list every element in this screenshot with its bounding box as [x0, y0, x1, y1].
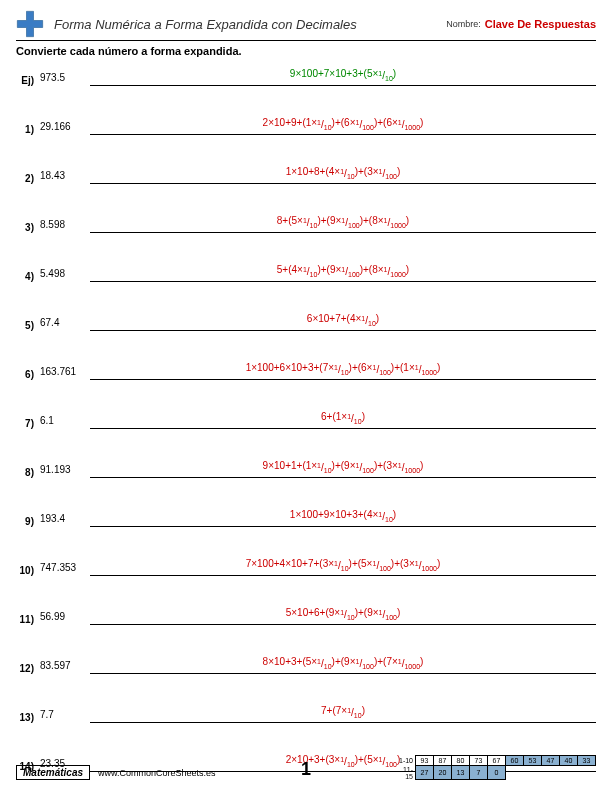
- problem-row: 8)91.1939×10+1+(1×1/10)+(9×1/100)+(3×1/1…: [16, 455, 596, 478]
- problem-value: 56.99: [38, 611, 90, 625]
- problem-number: 9): [16, 516, 38, 527]
- plus-logo-icon: [16, 10, 44, 38]
- problem-row: Ej)973.59×100+7×10+3+(5×1/10): [16, 63, 596, 86]
- answer-line: 6+(1×1/10): [90, 406, 596, 429]
- problem-number: 1): [16, 124, 38, 135]
- answer-text: 2×10+9+(1×1/10)+(6×1/100)+(6×1/1000): [263, 117, 424, 128]
- problem-row: 1)29.1662×10+9+(1×1/10)+(6×1/100)+(6×1/1…: [16, 112, 596, 135]
- problem-value: 747.353: [38, 562, 90, 576]
- problem-number: 3): [16, 222, 38, 233]
- instruction-text: Convierte cada número a forma expandida.: [16, 45, 596, 57]
- problem-value: 18.43: [38, 170, 90, 184]
- answer-key-label: Clave De Respuestas: [485, 18, 596, 30]
- problem-number: 7): [16, 418, 38, 429]
- problem-row: 4)5.4985+(4×1/10)+(9×1/100)+(8×1/1000): [16, 259, 596, 282]
- answer-text: 8×10+3+(5×1/10)+(9×1/100)+(7×1/1000): [263, 656, 424, 667]
- problem-value: 6.1: [38, 415, 90, 429]
- answer-text: 5+(4×1/10)+(9×1/100)+(8×1/1000): [277, 264, 409, 275]
- problem-number: 2): [16, 173, 38, 184]
- answer-text: 1×100+9×10+3+(4×1/10): [290, 509, 396, 520]
- answer-line: 5+(4×1/10)+(9×1/100)+(8×1/1000): [90, 259, 596, 282]
- answer-line: 2×10+9+(1×1/10)+(6×1/100)+(6×1/1000): [90, 112, 596, 135]
- problem-row: 6)163.7611×100+6×10+3+(7×1/10)+(6×1/100)…: [16, 357, 596, 380]
- problem-row: 11)56.995×10+6+(9×1/10)+(9×1/100): [16, 602, 596, 625]
- problem-value: 973.5: [38, 72, 90, 86]
- problem-row: 2)18.431×10+8+(4×1/10)+(3×1/100): [16, 161, 596, 184]
- problem-number: 12): [16, 663, 38, 674]
- answer-text: 5×10+6+(9×1/10)+(9×1/100): [286, 607, 401, 618]
- page-number: 1: [301, 759, 311, 780]
- problem-number: 13): [16, 712, 38, 723]
- answer-text: 1×10+8+(4×1/10)+(3×1/100): [286, 166, 401, 177]
- problem-value: 83.597: [38, 660, 90, 674]
- answer-line: 8+(5×1/10)+(9×1/100)+(8×1/1000): [90, 210, 596, 233]
- problem-row: 5)67.46×10+7+(4×1/10): [16, 308, 596, 331]
- answer-line: 1×100+6×10+3+(7×1/10)+(6×1/100)+(1×1/100…: [90, 357, 596, 380]
- answer-line: 7×100+4×10+7+(3×1/10)+(5×1/100)+(3×1/100…: [90, 553, 596, 576]
- answer-line: 6×10+7+(4×1/10): [90, 308, 596, 331]
- answer-line: 9×100+7×10+3+(5×1/10): [90, 63, 596, 86]
- problem-value: 193.4: [38, 513, 90, 527]
- problem-row: 12)83.5978×10+3+(5×1/10)+(9×1/100)+(7×1/…: [16, 651, 596, 674]
- problem-value: 29.166: [38, 121, 90, 135]
- answer-line: 1×10+8+(4×1/10)+(3×1/100): [90, 161, 596, 184]
- name-label: Nombre:: [446, 19, 481, 29]
- answer-text: 9×10+1+(1×1/10)+(9×1/100)+(3×1/1000): [263, 460, 424, 471]
- answer-line: 8×10+3+(5×1/10)+(9×1/100)+(7×1/1000): [90, 651, 596, 674]
- worksheet-title: Forma Numérica a Forma Expandida con Dec…: [54, 17, 357, 32]
- subject-box: Matemáticas: [16, 765, 90, 780]
- problem-value: 5.498: [38, 268, 90, 282]
- answer-line: 1×100+9×10+3+(4×1/10): [90, 504, 596, 527]
- problem-value: 91.193: [38, 464, 90, 478]
- problem-row: 13)7.77+(7×1/10): [16, 700, 596, 723]
- footer-url: www.CommonCoreSheets.es: [98, 768, 216, 778]
- problem-value: 7.7: [38, 709, 90, 723]
- answer-line: 5×10+6+(9×1/10)+(9×1/100): [90, 602, 596, 625]
- problem-value: 163.761: [38, 366, 90, 380]
- answer-line: 7+(7×1/10): [90, 700, 596, 723]
- problem-number: 8): [16, 467, 38, 478]
- problems-list: Ej)973.59×100+7×10+3+(5×1/10)1)29.1662×1…: [16, 63, 596, 792]
- problem-number: 10): [16, 565, 38, 576]
- answer-line: 9×10+1+(1×1/10)+(9×1/100)+(3×1/1000): [90, 455, 596, 478]
- problem-value: 8.598: [38, 219, 90, 233]
- problem-row: 9)193.41×100+9×10+3+(4×1/10): [16, 504, 596, 527]
- problem-value: 67.4: [38, 317, 90, 331]
- problem-row: 7)6.16+(1×1/10): [16, 406, 596, 429]
- answer-text: 1×100+6×10+3+(7×1/10)+(6×1/100)+(1×1/100…: [246, 362, 441, 373]
- problem-row: 10)747.3537×100+4×10+7+(3×1/10)+(5×1/100…: [16, 553, 596, 576]
- score-grid: 1-109387807367605347403311-1527201370: [398, 755, 597, 780]
- answer-text: 6+(1×1/10): [321, 411, 365, 422]
- answer-text: 6×10+7+(4×1/10): [307, 313, 379, 324]
- problem-row: 3)8.5988+(5×1/10)+(9×1/100)+(8×1/1000): [16, 210, 596, 233]
- problem-number: 11): [16, 614, 38, 625]
- problem-number: 6): [16, 369, 38, 380]
- answer-text: 9×100+7×10+3+(5×1/10): [290, 68, 396, 79]
- answer-text: 7×100+4×10+7+(3×1/10)+(5×1/100)+(3×1/100…: [246, 558, 441, 569]
- worksheet-footer: Matemáticas www.CommonCoreSheets.es 1 1-…: [16, 755, 596, 780]
- worksheet-header: Forma Numérica a Forma Expandida con Dec…: [16, 10, 596, 41]
- problem-number: Ej): [16, 75, 38, 86]
- problem-number: 4): [16, 271, 38, 282]
- answer-text: 8+(5×1/10)+(9×1/100)+(8×1/1000): [277, 215, 409, 226]
- problem-number: 5): [16, 320, 38, 331]
- answer-text: 7+(7×1/10): [321, 705, 365, 716]
